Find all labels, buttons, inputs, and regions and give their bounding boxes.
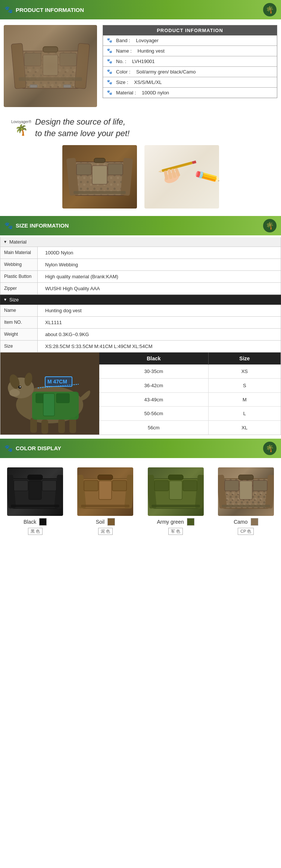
svg-rect-58: [42, 480, 56, 491]
row-label: Plastic Button: [0, 271, 38, 282]
svg-rect-9: [43, 55, 58, 75]
info-label: Name :: [116, 48, 132, 54]
color-chinese-camo: CP 色: [238, 528, 254, 535]
color-item-black: Black 黑 色: [7, 467, 63, 535]
info-value: LVH19001: [132, 59, 154, 64]
svg-rect-66: [112, 480, 127, 491]
row-value: Hunting dog vest: [38, 305, 281, 316]
color-display-section: Black 黑 色 Soil: [0, 462, 281, 540]
color-name-black: Black: [24, 519, 36, 525]
size-info-section: ▾ Material Main Material1000D NylonWebbi…: [0, 237, 281, 435]
product-info-section: PRODUCT INFORMATION 🐾Band : Lovoyager🐾Na…: [0, 19, 281, 216]
secondary-image-hand: [144, 145, 219, 209]
paw-icon: 🐾: [4, 6, 13, 14]
secondary-images: [0, 141, 281, 216]
caret-icon-size: ▾: [4, 297, 6, 302]
color-name-row-soil: Soil: [96, 518, 115, 526]
row-value: Nylon Webbing: [38, 259, 281, 270]
brand-logo: Lovoyager® 🌴: [11, 120, 31, 136]
palm-icon: 🌴: [15, 124, 28, 136]
svg-rect-87: [240, 481, 252, 499]
info-label: Color :: [116, 69, 130, 75]
svg-text:M 47CM: M 47CM: [47, 379, 67, 385]
color-name-row-army: Army green: [157, 518, 194, 526]
info-row: 🐾Material : 1000D nylon: [103, 88, 277, 98]
info-label: Material :: [116, 90, 136, 95]
row-value: 1000D Nylon: [38, 247, 281, 258]
svg-rect-22: [92, 166, 107, 184]
color-swatch-camo: [251, 518, 258, 526]
product-info-table: PRODUCT INFORMATION 🐾Band : Lovoyager🐾Na…: [103, 25, 277, 98]
chart-cell: 43-49cm: [99, 392, 208, 407]
vest-image-soil: [77, 467, 133, 516]
svg-rect-68: [81, 505, 129, 507]
color-grid: Black 黑 色 Soil: [0, 462, 281, 540]
info-value: Lovoyager: [136, 38, 159, 43]
material-label: Material: [9, 239, 26, 245]
caret-icon: ▾: [4, 239, 6, 244]
material-header: ▾ Material: [0, 237, 281, 247]
svg-rect-21: [108, 164, 123, 175]
row-label: Zipper: [0, 283, 38, 294]
paw-icon: 🐾: [107, 90, 112, 95]
info-value: Hunting vest: [138, 48, 165, 54]
size-info-header: 🐾 SIZE INFORMATION 🌴: [0, 216, 281, 235]
svg-rect-7: [24, 53, 41, 66]
chart-row: 43-49cmM: [99, 392, 281, 407]
svg-rect-29: [192, 160, 196, 164]
secondary-image-vest: [62, 145, 137, 209]
row-value: High quality material (Brank:KAM): [38, 271, 281, 282]
vest-image-army: [148, 467, 204, 516]
svg-rect-69: [98, 475, 113, 480]
size-data-row: SizeXS:28.5CM S:33.5CM M:41CM L:49CM XL:…: [0, 341, 281, 352]
info-value: Soil/army gren/ black/Camo: [136, 69, 196, 75]
paw-icon-size: 🐾: [4, 222, 13, 230]
row-label: Name: [0, 305, 38, 316]
svg-rect-49: [56, 394, 69, 403]
svg-rect-46: [69, 417, 76, 433]
size-label: Size: [9, 297, 19, 303]
size-data-row: Item NO.XL1111: [0, 317, 281, 329]
product-top: PRODUCT INFORMATION 🐾Band : Lovoyager🐾Na…: [0, 19, 281, 113]
info-row: 🐾Size : XS/S/M/L/XL: [103, 77, 277, 88]
color-name-row-black: Black: [24, 518, 47, 526]
brand-name: Lovoyager®: [11, 120, 31, 124]
brand-logo-color: 🌴: [263, 442, 277, 455]
row-value: WUSHI High Quality AAA: [38, 283, 281, 294]
chart-row: 36-42cmS: [99, 379, 281, 393]
chart-cell: 30-35cm: [99, 364, 208, 379]
svg-rect-74: [183, 480, 197, 491]
row-label: Size: [0, 341, 38, 352]
info-value: 1000D nylon: [142, 90, 169, 95]
chart-header-black: Black: [99, 352, 208, 365]
tagline-line2: to the same love your pet!: [35, 129, 129, 138]
color-chinese-black: 黑 色: [28, 528, 43, 535]
svg-rect-88: [222, 505, 270, 507]
color-item-soil: Soil 泥 色: [77, 467, 133, 535]
chart-row: 30-35cmXS: [99, 364, 281, 379]
svg-rect-85: [225, 480, 239, 491]
svg-rect-6: [75, 43, 90, 89]
chart-cell: XS: [208, 364, 281, 379]
svg-rect-10: [30, 85, 37, 88]
product-info-title: PRODUCT INFORMATION: [16, 7, 84, 13]
svg-rect-4: [21, 51, 80, 88]
svg-marker-27: [157, 169, 162, 173]
svg-rect-43: [30, 418, 37, 433]
chart-cell: S: [208, 379, 281, 393]
row-value: XL1111: [38, 317, 281, 328]
material-data-row: Plastic ButtonHigh quality material (Bra…: [0, 271, 281, 283]
row-label: Webbing: [0, 259, 38, 270]
color-name-soil: Soil: [96, 519, 104, 525]
size-data-row: Weightabout 0.3KG~0.9KG: [0, 329, 281, 341]
svg-rect-24: [94, 158, 105, 163]
paw-icon: 🐾: [107, 48, 112, 53]
row-label: Item NO.: [0, 317, 38, 328]
svg-rect-59: [29, 481, 41, 499]
paw-icon: 🐾: [107, 69, 112, 74]
color-item-camo: Camo CP 色: [218, 467, 274, 535]
svg-rect-76: [152, 505, 200, 507]
color-swatch-army: [187, 518, 194, 526]
material-rows: Main Material1000D NylonWebbingNylon Web…: [0, 247, 281, 295]
chart-cell: M: [208, 392, 281, 407]
